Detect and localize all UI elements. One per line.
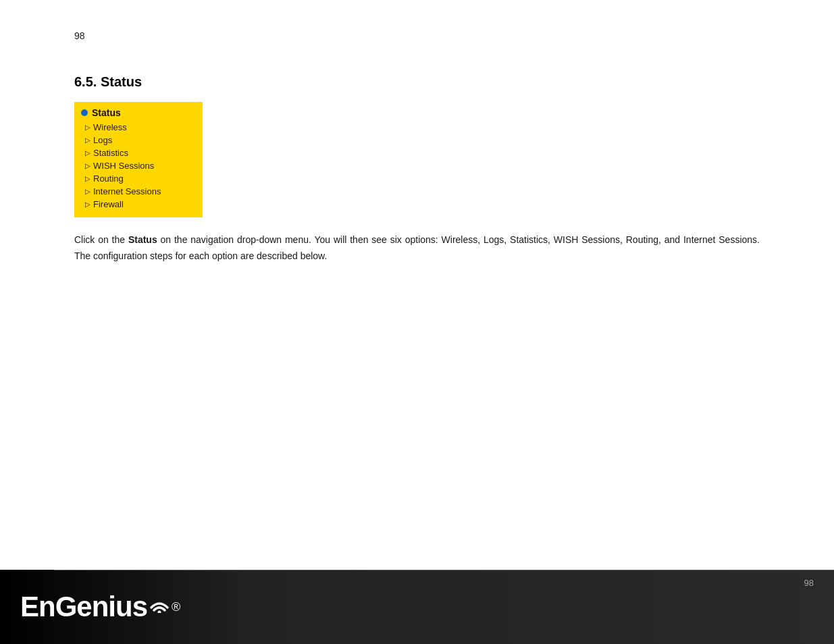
description-text-after: on the navigation drop-down menu. You wi… xyxy=(74,234,760,261)
menu-item-logs-label: Logs xyxy=(93,135,112,145)
main-content: 6.5. Status Status ▷ Wireless ▷ Logs ▷ S… xyxy=(74,74,760,265)
footer-logo: EnGenius ® xyxy=(20,591,180,623)
footer-page-number: 98 xyxy=(804,578,814,588)
footer: 98 EnGenius ® xyxy=(0,570,834,644)
brand-name: EnGenius xyxy=(20,591,147,623)
menu-item-internet-sessions-label: Internet Sessions xyxy=(93,186,161,196)
arrow-icon-wireless: ▷ xyxy=(85,124,90,131)
menu-box: Status ▷ Wireless ▷ Logs ▷ Statistics ▷ … xyxy=(74,102,203,217)
arrow-icon-firewall: ▷ xyxy=(85,200,90,208)
arrow-icon-internet-sessions: ▷ xyxy=(85,188,90,195)
menu-item-statistics[interactable]: ▷ Statistics xyxy=(81,146,196,159)
arrow-icon-statistics: ▷ xyxy=(85,149,90,157)
registered-symbol: ® xyxy=(172,600,180,614)
menu-item-statistics-label: Statistics xyxy=(93,148,128,158)
menu-item-wireless-label: Wireless xyxy=(93,122,127,132)
arrow-icon-wish-sessions: ▷ xyxy=(85,162,90,169)
page-number-top: 98 xyxy=(74,30,85,41)
menu-item-routing-label: Routing xyxy=(93,173,124,184)
svg-point-0 xyxy=(158,610,161,613)
description-bold-word: Status xyxy=(128,234,157,245)
description-text-before: Click on the xyxy=(74,234,128,245)
wifi-icon xyxy=(147,594,172,615)
description-paragraph: Click on the Status on the navigation dr… xyxy=(74,232,760,265)
status-dot xyxy=(81,109,88,116)
menu-item-wish-sessions-label: WISH Sessions xyxy=(93,161,154,171)
menu-item-routing[interactable]: ▷ Routing xyxy=(81,172,196,185)
footer-divider xyxy=(54,570,834,570)
menu-item-wish-sessions[interactable]: ▷ WISH Sessions xyxy=(81,159,196,172)
menu-item-wireless[interactable]: ▷ Wireless xyxy=(81,121,196,134)
menu-item-firewall-label: Firewall xyxy=(93,199,124,209)
menu-item-internet-sessions[interactable]: ▷ Internet Sessions xyxy=(81,185,196,198)
arrow-icon-logs: ▷ xyxy=(85,136,90,144)
section-heading: 6.5. Status xyxy=(74,74,760,90)
menu-item-logs[interactable]: ▷ Logs xyxy=(81,134,196,146)
menu-status-label: Status xyxy=(92,107,121,118)
menu-item-firewall[interactable]: ▷ Firewall xyxy=(81,198,196,211)
menu-status-item: Status xyxy=(81,107,196,118)
arrow-icon-routing: ▷ xyxy=(85,175,90,182)
